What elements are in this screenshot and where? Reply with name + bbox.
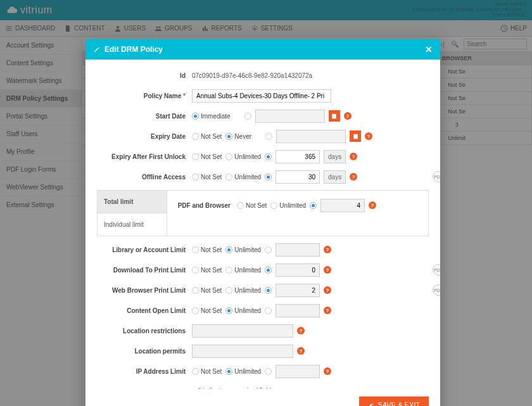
expiry-never-radio[interactable]: Never	[225, 133, 251, 140]
wp-limit-input[interactable]	[276, 284, 320, 297]
pdf-badge: PDF	[433, 264, 440, 276]
ip-limit-input[interactable]	[276, 365, 320, 378]
start-date-input[interactable]	[255, 110, 325, 123]
ip-unlimited-radio[interactable]: Unlimited	[225, 368, 261, 375]
limit-box: Total limit Individual limit PDF and Bro…	[97, 190, 429, 236]
wp-unlimited-radio[interactable]: Unlimited	[225, 287, 261, 294]
help-icon[interactable]: ?	[324, 286, 331, 294]
modal-body: Id 07c09019-d97e-46c8-9e82-920a1432072a …	[86, 60, 440, 389]
ip-notset-radio[interactable]: Not Set	[192, 368, 222, 375]
label-offline: Offline Access	[97, 174, 192, 181]
offline-days-input[interactable]	[276, 170, 320, 184]
help-icon[interactable]: ?	[324, 307, 331, 314]
dl-notset-radio[interactable]: Not Set	[192, 267, 222, 274]
start-date-radio[interactable]	[244, 113, 251, 120]
eafu-days-input[interactable]	[276, 150, 320, 163]
lib-value-radio[interactable]	[265, 246, 272, 253]
help-icon[interactable]: ?	[324, 266, 331, 274]
offline-unlimited-radio[interactable]: Unlimited	[225, 174, 261, 181]
loc-permits-input[interactable]	[192, 345, 293, 358]
eafu-notset-radio[interactable]: Not Set	[192, 153, 222, 160]
label-ip-limit: IP Address Limit	[97, 368, 192, 375]
help-icon[interactable]: ?	[297, 347, 305, 355]
label-loc-permits: Location permits	[97, 348, 192, 355]
offline-value-radio[interactable]	[265, 174, 272, 181]
open-limit-input[interactable]	[276, 304, 320, 317]
label-expiry-after: Expiry After First Unlock	[97, 153, 192, 160]
tab-individual-limit[interactable]: Individual limit	[98, 213, 167, 236]
label-expiry-date: Expiry Date	[97, 133, 192, 140]
calendar-icon[interactable]	[329, 110, 340, 122]
expiry-date-radio[interactable]	[265, 133, 272, 140]
modal-footer: SAVE & EXIT	[86, 389, 440, 406]
pencil-icon	[93, 46, 101, 53]
eafu-value-radio[interactable]	[265, 153, 272, 160]
days-unit: days	[324, 170, 346, 184]
dl-unlimited-radio[interactable]: Unlimited	[225, 267, 261, 274]
id-value: 07c09019-d97e-46c8-9e82-920a1432072a	[192, 72, 312, 79]
label-open-limit: Content Open Limit	[97, 307, 192, 314]
open-unlimited-radio[interactable]: Unlimited	[225, 307, 261, 314]
days-unit: days	[324, 150, 346, 163]
dl-value-radio[interactable]	[265, 267, 272, 274]
dl-limit-input[interactable]	[276, 263, 320, 277]
label-lib-limit: Library or Account Limit	[97, 246, 192, 253]
help-icon[interactable]: ?	[350, 153, 357, 160]
close-icon[interactable]: ✕	[425, 44, 433, 54]
wp-notset-radio[interactable]: Not Set	[192, 287, 222, 294]
expiry-notset-radio[interactable]: Not Set	[192, 133, 222, 140]
help-icon[interactable]: ?	[324, 367, 331, 375]
pb-value-radio[interactable]	[310, 202, 317, 209]
pdf-badge: PDF	[433, 171, 440, 182]
modal-title: Edit DRM Policy	[104, 45, 163, 54]
help-icon[interactable]: ?	[369, 201, 376, 209]
eafu-unlimited-radio[interactable]: Unlimited	[225, 153, 261, 160]
help-icon[interactable]: ?	[350, 173, 357, 181]
label-loc-restrict: Location restrictions	[97, 327, 192, 334]
policy-name-input[interactable]	[192, 89, 331, 103]
offline-notset-radio[interactable]: Not Set	[192, 174, 222, 181]
calendar-icon[interactable]	[350, 130, 361, 142]
label-dl-print: Download To Print Limit	[97, 267, 192, 274]
save-exit-button[interactable]: SAVE & EXIT	[359, 396, 429, 406]
expiry-date-input[interactable]	[276, 130, 346, 143]
help-icon[interactable]: ?	[365, 132, 372, 140]
label-policy-name: Policy Name *	[97, 92, 192, 99]
loc-restrict-input[interactable]	[192, 324, 293, 338]
ip-value-radio[interactable]	[265, 368, 272, 375]
pb-notset-radio[interactable]: Not Set	[237, 202, 267, 209]
lib-limit-input[interactable]	[276, 243, 320, 257]
label-start-date: Start Date	[97, 113, 192, 120]
pdf-badge: PDF	[433, 284, 440, 296]
start-immediate-radio[interactable]: Immediate	[192, 113, 231, 120]
open-value-radio[interactable]	[265, 307, 272, 314]
required-note: * indicates a required field	[97, 384, 429, 389]
open-notset-radio[interactable]: Not Set	[192, 307, 222, 314]
edit-drm-modal: Edit DRM Policy ✕ Id 07c09019-d97e-46c8-…	[86, 39, 440, 406]
pb-unlimited-radio[interactable]: Unlimited	[270, 202, 306, 209]
check-icon	[368, 402, 375, 407]
lib-unlimited-radio[interactable]: Unlimited	[225, 246, 261, 253]
pb-limit-input[interactable]	[320, 199, 365, 212]
label-web-print: Web Browser Print Limit	[97, 287, 192, 294]
tab-total-limit[interactable]: Total limit	[98, 191, 167, 213]
help-icon[interactable]: ?	[344, 112, 352, 120]
label-pdf-browser: PDF and Browser	[174, 202, 237, 209]
label-id: Id	[97, 72, 192, 79]
lib-notset-radio[interactable]: Not Set	[192, 246, 222, 253]
help-icon[interactable]: ?	[324, 246, 331, 253]
wp-value-radio[interactable]	[265, 287, 272, 294]
help-icon[interactable]: ?	[297, 327, 305, 334]
modal-header: Edit DRM Policy ✕	[86, 39, 440, 60]
